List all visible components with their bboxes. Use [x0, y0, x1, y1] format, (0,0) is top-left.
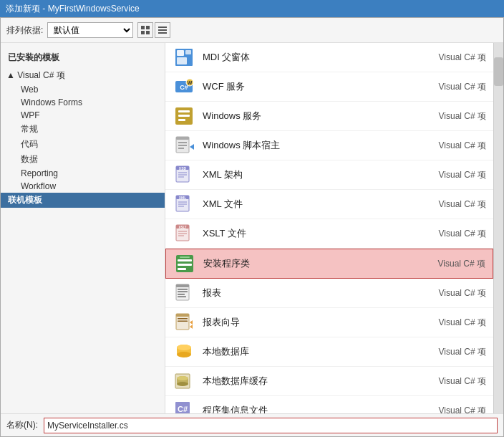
list-item[interactable]: 本地数据库缓存 Visual C# 项 — [165, 367, 493, 396]
tree-item-label: WPF — [21, 110, 40, 120]
svg-rect-17 — [178, 115, 190, 117]
item-category: Visual C# 项 — [429, 405, 486, 414]
tree-item-label: 常规 — [21, 123, 38, 135]
tree-item-wpf[interactable]: WPF — [1, 109, 165, 122]
svg-text:XSLT: XSLT — [178, 226, 186, 229]
tree-item-local-templates[interactable]: 联机模板 — [1, 193, 165, 208]
list-item[interactable]: MDI 父窗体 Visual C# 项 — [165, 43, 493, 72]
svg-rect-8 — [177, 50, 184, 56]
tree-item-code[interactable]: 代码 — [1, 137, 165, 152]
item-name: XSLT 文件 — [203, 227, 429, 240]
svg-rect-4 — [158, 27, 167, 28]
svg-rect-20 — [176, 137, 189, 140]
item-name-installer: 安装程序类 — [203, 257, 428, 270]
tree-item-label: Windows Forms — [21, 97, 82, 107]
scrollbar[interactable] — [493, 43, 503, 413]
item-category: Visual C# 项 — [429, 346, 486, 358]
list-item[interactable]: 报表向导 Visual C# 项 — [165, 308, 493, 337]
item-category: Visual C# 项 — [429, 81, 486, 93]
item-name: Windows 服务 — [203, 110, 429, 123]
item-icon: C# W — [173, 75, 195, 98]
svg-rect-57 — [178, 321, 188, 322]
tree-item-reporting[interactable]: Reporting — [1, 167, 165, 180]
main-container: 排列依据: 默认值 — [0, 17, 504, 437]
item-icon — [173, 252, 196, 275]
item-icon: XML — [173, 193, 195, 216]
tree-item-label: 代码 — [21, 138, 38, 150]
item-name: XML 文件 — [203, 198, 429, 211]
svg-rect-45 — [178, 264, 192, 266]
item-category: Visual C# 项 — [429, 198, 486, 211]
item-category: Visual C# 项 — [429, 287, 486, 299]
item-name: 报表向导 — [203, 316, 429, 329]
svg-rect-53 — [178, 297, 186, 298]
svg-rect-2 — [141, 31, 145, 34]
item-name: 本地数据库缓存 — [203, 375, 429, 388]
tree-item-label: Workflow — [21, 181, 56, 191]
list-item[interactable]: Windows 脚本宿主 Visual C# 项 — [165, 131, 493, 160]
bottom-bar: 名称(N): — [1, 413, 503, 436]
detail-view-button[interactable] — [155, 22, 170, 38]
item-category: Visual C# 项 — [429, 375, 486, 388]
list-item-installer[interactable]: 安装程序类 Visual C# 项 — [165, 249, 493, 279]
tree-item-windows-forms[interactable]: Windows Forms — [1, 96, 165, 109]
svg-point-68 — [177, 376, 188, 380]
title-text: 添加新项 - MyFirstWindowsService — [6, 3, 140, 15]
tree-item-normal[interactable]: 常规 — [1, 122, 165, 137]
svg-text:C#: C# — [178, 405, 188, 413]
item-icon — [173, 370, 195, 393]
svg-rect-46 — [178, 268, 186, 270]
list-item[interactable]: 本地数据库 Visual C# 项 — [165, 337, 493, 367]
item-name: 报表 — [203, 287, 429, 299]
left-panel: 已安装的模板 ▲ Visual C# 项 Web Windows Forms W… — [1, 43, 165, 413]
name-label: 名称(N): — [6, 419, 38, 431]
svg-rect-55 — [176, 314, 189, 317]
tree-item-workflow[interactable]: Workflow — [1, 180, 165, 193]
svg-point-63 — [177, 345, 191, 350]
svg-rect-16 — [178, 110, 190, 112]
item-name: 程序集信息文件 — [203, 404, 429, 413]
svg-rect-10 — [177, 57, 187, 64]
svg-marker-58 — [190, 320, 193, 325]
item-name: MDI 父窗体 — [203, 51, 429, 64]
item-name: 本地数据库 — [203, 345, 429, 358]
tree-item-label: Web — [21, 85, 38, 95]
list-view-button[interactable] — [137, 22, 153, 38]
items-list: MDI 父窗体 Visual C# 项 C# W WCF 服务 Visu — [165, 43, 493, 413]
toolbar: 排列依据: 默认值 — [1, 18, 503, 43]
item-category: Visual C# 项 — [429, 52, 486, 64]
left-panel-title: 已安装的模板 — [1, 49, 165, 68]
list-item[interactable]: XSD XML 架构 Visual C# 项 — [165, 160, 493, 190]
sort-select[interactable]: 默认值 — [47, 22, 133, 38]
svg-rect-50 — [178, 289, 188, 290]
item-icon: XSLT — [173, 222, 195, 245]
tree-item-web[interactable]: Web — [1, 83, 165, 96]
tree-item-visual-csharp[interactable]: ▲ Visual C# 项 — [1, 68, 165, 83]
svg-rect-6 — [158, 32, 167, 34]
item-icon — [173, 134, 195, 157]
svg-rect-44 — [178, 259, 192, 261]
svg-text:XSD: XSD — [179, 166, 187, 171]
list-item[interactable]: 报表 Visual C# 项 — [165, 279, 493, 308]
list-item[interactable]: C# W WCF 服务 Visual C# 项 — [165, 72, 493, 102]
tree-item-label: Reporting — [21, 168, 58, 178]
svg-marker-59 — [190, 325, 193, 329]
item-category: Visual C# 项 — [429, 110, 486, 123]
svg-text:W: W — [188, 80, 193, 85]
item-category: Visual C# 项 — [429, 317, 486, 329]
svg-rect-56 — [178, 318, 188, 320]
list-item[interactable]: XSLT XSLT 文件 Visual C# 项 — [165, 219, 493, 249]
item-name: WCF 服务 — [203, 80, 429, 93]
list-item[interactable]: C# 程序集信息文件 Visual C# 项 — [165, 396, 493, 413]
tree-item-data[interactable]: 数据 — [1, 152, 165, 167]
list-item[interactable]: Windows 服务 Visual C# 项 — [165, 102, 493, 131]
name-input[interactable] — [44, 418, 498, 433]
item-icon — [173, 105, 195, 128]
list-item[interactable]: XML XML 文件 Visual C# 项 — [165, 190, 493, 219]
item-icon — [173, 311, 195, 334]
svg-rect-3 — [146, 31, 150, 34]
view-toggle-icons — [137, 22, 170, 38]
svg-rect-5 — [158, 29, 167, 31]
svg-marker-24 — [190, 144, 194, 150]
item-icon — [173, 46, 195, 69]
